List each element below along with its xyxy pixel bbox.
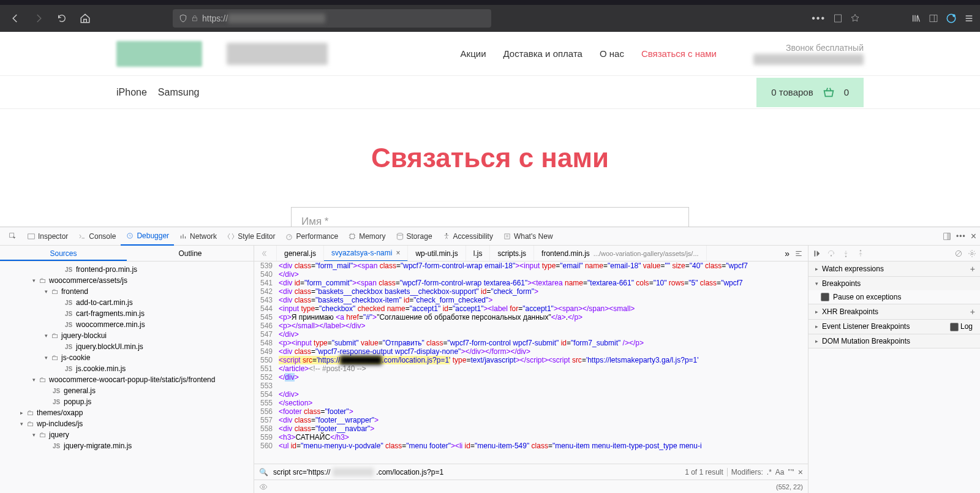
devtools-more-icon[interactable]: •••: [956, 232, 966, 241]
tab-memory[interactable]: Memory: [343, 227, 390, 246]
cart-widget[interactable]: 0 товаров 0: [756, 78, 864, 107]
close-tab-icon[interactable]: ×: [396, 249, 400, 257]
nav-link-contact[interactable]: Связаться с нами: [641, 48, 717, 59]
tab-network[interactable]: Network: [174, 227, 222, 246]
tab-debugger[interactable]: Debugger: [121, 227, 174, 246]
phone-number[interactable]: [753, 54, 864, 65]
nav-link-delivery[interactable]: Доставка и оплата: [503, 48, 582, 59]
svg-rect-0: [193, 18, 197, 21]
resume-icon[interactable]: [812, 249, 821, 258]
whole-word-toggle[interactable]: "‟: [788, 468, 794, 476]
dock-icon[interactable]: [943, 232, 951, 241]
tree-item[interactable]: ▾🗀frontend: [0, 286, 254, 297]
watch-expressions-header[interactable]: ▸Watch expressions+: [809, 262, 980, 276]
search-modifiers-label: Modifiers:: [731, 468, 763, 476]
menu-icon[interactable]: [964, 13, 974, 23]
step-in-icon[interactable]: [842, 249, 850, 258]
page-actions-icon[interactable]: •••: [812, 13, 826, 24]
account-icon[interactable]: [946, 13, 957, 24]
tree-item[interactable]: ▾🗀woocommerce-woocart-popup-lite/static/…: [0, 374, 254, 385]
tree-item[interactable]: JSjquery-migrate.min.js: [0, 440, 254, 451]
file-tab-active[interactable]: svyazatsya-s-nami×: [324, 246, 408, 262]
search-icon[interactable]: 🔍: [259, 468, 268, 476]
tab-whats-new[interactable]: What's New: [498, 227, 558, 246]
tree-item[interactable]: ▾🗀woocommerce/assets/js: [0, 275, 254, 286]
eye-icon[interactable]: [259, 483, 268, 491]
tree-item[interactable]: JSpopup.js: [0, 396, 254, 407]
tree-item[interactable]: JScart-fragments.min.js: [0, 308, 254, 319]
tree-item[interactable]: ▾🗀wp-includes/js: [0, 418, 254, 429]
home-button[interactable]: [76, 9, 94, 28]
site-logo[interactable]: [116, 41, 202, 67]
tree-item[interactable]: ▾🗀js-cookie: [0, 352, 254, 363]
xhr-breakpoints-header[interactable]: ▸XHR Breakpoints+: [809, 304, 980, 319]
step-over-icon[interactable]: [827, 249, 835, 258]
code-area[interactable]: 539<div class="form_mail"><span class="w…: [254, 262, 808, 464]
code-footer: (552, 22): [254, 480, 808, 493]
svg-point-19: [845, 255, 846, 257]
tabs-overflow-icon[interactable]: »: [785, 249, 790, 258]
tab-storage[interactable]: Storage: [391, 227, 437, 246]
search-close-icon[interactable]: ×: [798, 467, 803, 477]
svg-rect-7: [28, 233, 35, 238]
dom-breakpoints-header[interactable]: ▸DOM Mutation Breakpoints: [809, 334, 980, 348]
pause-checkbox[interactable]: [821, 293, 829, 301]
tree-item[interactable]: JSfrontend-pro.min.js: [0, 264, 254, 275]
tab-style-editor[interactable]: Style Editor: [222, 227, 280, 246]
sec-link-samsung[interactable]: Samsung: [158, 87, 200, 98]
file-tabs: general.js svyazatsya-s-nami× wp-util.mi…: [254, 246, 808, 262]
tab-console[interactable]: Console: [73, 227, 121, 246]
element-picker-icon[interactable]: [4, 227, 22, 246]
file-tab-scripts[interactable]: scripts.js: [490, 246, 534, 262]
sources-tab[interactable]: Sources: [0, 246, 127, 261]
settings-icon[interactable]: [968, 249, 976, 258]
regex-toggle[interactable]: .*: [767, 468, 772, 476]
log-checkbox[interactable]: [950, 323, 959, 331]
search-input[interactable]: script src='https://██████.com/location.…: [273, 468, 443, 476]
bookmark-star-icon[interactable]: [850, 13, 860, 23]
svg-point-9: [287, 235, 292, 239]
prettify-icon[interactable]: [794, 249, 803, 258]
step-out-icon[interactable]: [856, 249, 865, 258]
outline-tab[interactable]: Outline: [127, 246, 254, 261]
tree-item[interactable]: JSgeneral.js: [0, 385, 254, 396]
tab-performance[interactable]: Performance: [280, 227, 343, 246]
file-tab-prev[interactable]: [254, 246, 277, 262]
url-bar[interactable]: https://████████████████: [173, 9, 491, 28]
breakpoints-header[interactable]: ▾Breakpoints: [809, 277, 980, 290]
add-xhr-icon[interactable]: +: [970, 307, 975, 317]
sidebar-icon[interactable]: [929, 13, 938, 23]
tree-item[interactable]: ▾🗀jquery-blockui: [0, 330, 254, 341]
back-button[interactable]: [6, 9, 24, 28]
nav-link-about[interactable]: О нас: [600, 48, 624, 59]
file-tab-frontend[interactable]: frontend.min.js .../woo-variation-galler…: [534, 246, 707, 262]
file-tab-ljs[interactable]: l.js: [466, 246, 491, 262]
reload-button[interactable]: [53, 9, 71, 28]
case-toggle[interactable]: Aa: [775, 468, 785, 476]
tree-item[interactable]: ▾🗀jquery: [0, 429, 254, 440]
devtools-close-icon[interactable]: ×: [971, 231, 976, 242]
library-icon[interactable]: [911, 13, 921, 23]
tree-item[interactable]: JSjquery.blockUI.min.js: [0, 341, 254, 352]
main-nav: Акции Доставка и оплата О нас Связаться …: [461, 48, 717, 59]
tree-item[interactable]: JSwoocommerce.min.js: [0, 319, 254, 330]
tab-accessibility[interactable]: Accessibility: [437, 227, 498, 246]
lock-icon: [191, 15, 198, 22]
reader-icon[interactable]: [833, 13, 843, 23]
forward-button[interactable]: [29, 9, 48, 28]
add-watch-icon[interactable]: +: [970, 264, 975, 274]
nav-link-promo[interactable]: Акции: [461, 48, 486, 59]
pause-on-exceptions[interactable]: Pause on exceptions: [809, 290, 980, 304]
tree-item[interactable]: JSjs.cookie.min.js: [0, 363, 254, 374]
sources-tree[interactable]: JSfrontend-pro.min.js▾🗀woocommerce/asset…: [0, 262, 254, 493]
svg-point-12: [445, 233, 447, 234]
tree-item[interactable]: JSadd-to-cart.min.js: [0, 297, 254, 308]
event-breakpoints-header[interactable]: ▸Event Listener Breakpoints Log: [809, 320, 980, 334]
file-tab-general[interactable]: general.js: [277, 246, 324, 262]
tree-item[interactable]: ▸🗀themes/oxapp: [0, 407, 254, 418]
blackbox-icon[interactable]: [954, 249, 963, 258]
file-tab-wputil[interactable]: wp-util.min.js: [408, 246, 466, 262]
sec-link-iphone[interactable]: iPhone: [116, 87, 147, 98]
svg-rect-13: [505, 233, 510, 238]
tab-inspector[interactable]: Inspector: [22, 227, 73, 246]
